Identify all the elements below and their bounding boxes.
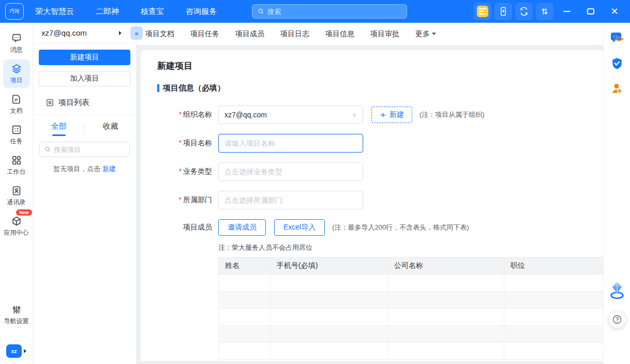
- notes-tray-button[interactable]: [474, 3, 491, 20]
- maximize-icon: [587, 8, 594, 14]
- tab-favorites[interactable]: 收藏: [85, 122, 136, 136]
- account-expand-icon[interactable]: [119, 31, 122, 35]
- menu-item-erlangshen[interactable]: 二郎神: [96, 7, 119, 17]
- sidebar-item-messages[interactable]: 消息: [3, 29, 30, 57]
- project-search[interactable]: [39, 142, 130, 157]
- minimize-button[interactable]: [557, 3, 577, 20]
- project-list-header[interactable]: 项目列表: [33, 86, 136, 115]
- sidebar-item-nav-settings[interactable]: 导航设置: [3, 300, 30, 329]
- global-search[interactable]: [252, 4, 407, 19]
- transfer-arrows-icon: [539, 6, 550, 17]
- department-input[interactable]: [218, 191, 363, 209]
- left-nav-rail: 消息 项目 文档 任务 工作台 通讯录 New 应用中心: [0, 23, 33, 364]
- global-search-input[interactable]: [267, 8, 401, 16]
- form-row-department: *所属部门: [155, 191, 603, 209]
- tab-project-approval[interactable]: 项目审批: [370, 29, 399, 39]
- rail-footer: 导航设置 xz: [3, 300, 30, 364]
- workbench-icon: [11, 155, 22, 166]
- add-person-button[interactable]: [609, 81, 625, 96]
- menu-item-rongda-cloud[interactable]: 荣大智慧云: [35, 7, 74, 17]
- chevron-down-icon: [432, 33, 436, 35]
- tab-more[interactable]: 更多: [415, 29, 436, 39]
- transfer-button[interactable]: [536, 3, 553, 20]
- sidebar-item-tasks[interactable]: 任务: [3, 120, 30, 149]
- tab-project-tasks[interactable]: 项目任务: [190, 29, 219, 39]
- project-icon: [11, 63, 22, 74]
- invite-members-button[interactable]: 邀请成员: [218, 219, 266, 236]
- sidebar-item-documents[interactable]: 文档: [3, 90, 30, 118]
- members-table: 姓名 手机号(必填) 公司名称 职位: [218, 257, 603, 360]
- required-mark: *: [179, 110, 182, 118]
- join-project-button[interactable]: 加入项目: [39, 71, 130, 86]
- org-select[interactable]: xz7@qq.com ∨: [218, 105, 363, 124]
- members-note: (注：最多导入200行，不含表头，格式同下表): [332, 223, 469, 232]
- sidebar-item-workbench[interactable]: 工作台: [3, 151, 30, 179]
- yellow-notes-icon: [477, 6, 488, 17]
- help-icon: [612, 314, 622, 325]
- new-project-card: 新建项目 项目信息（必填） *组织名称 xz7@qq.com ∨: [141, 50, 603, 361]
- collapse-panel-button[interactable]: «: [130, 26, 143, 40]
- sidebar-item-label: 消息: [10, 46, 23, 54]
- avatar-expand-icon[interactable]: [24, 349, 26, 353]
- table-row: [219, 343, 604, 360]
- excel-import-button[interactable]: Excel导入: [274, 219, 325, 236]
- sidebar-item-label: 文档: [10, 107, 23, 115]
- sidebar-item-label: 工作台: [7, 168, 26, 176]
- biz-type-label: *业务类型: [155, 167, 212, 176]
- close-button[interactable]: ✕: [604, 3, 625, 20]
- tab-project-docs[interactable]: 项目文档: [145, 29, 174, 39]
- sidebar-item-label: 通讯录: [7, 198, 26, 207]
- list-icon: [46, 98, 54, 107]
- task-icon: [11, 124, 22, 135]
- sidebar-item-projects[interactable]: 项目: [3, 59, 30, 88]
- project-name-input[interactable]: [218, 134, 363, 153]
- biz-type-input[interactable]: [218, 162, 363, 181]
- panel-buttons: 新建项目 加入项目: [33, 43, 136, 86]
- more-label: 更多: [415, 29, 430, 39]
- col-header-company: 公司名称: [388, 257, 504, 275]
- maximize-button[interactable]: [580, 3, 601, 20]
- new-badge: New: [16, 209, 32, 216]
- menu-item-hechabao[interactable]: 核查宝: [141, 7, 164, 17]
- project-list-label: 项目列表: [58, 98, 89, 108]
- user-avatar-row[interactable]: xz: [6, 344, 26, 358]
- tab-all[interactable]: 全部: [33, 122, 84, 136]
- mobile-download-button[interactable]: [494, 3, 512, 20]
- account-email: xz7@qq.com: [41, 28, 87, 37]
- document-icon: [11, 94, 22, 105]
- shield-check-button[interactable]: [609, 56, 625, 71]
- col-header-phone: 手机号(必填): [271, 257, 388, 275]
- sidebar-item-app-center[interactable]: New 应用中心: [3, 212, 30, 240]
- panel-tabs: 全部 收藏: [33, 115, 136, 136]
- sync-button[interactable]: [515, 3, 533, 20]
- app-logo-text: 巧玲: [9, 8, 20, 15]
- menu-item-consult-service[interactable]: 咨询服务: [186, 7, 217, 17]
- customer-service-button[interactable]: [609, 31, 625, 47]
- col-header-name: 姓名: [219, 257, 271, 275]
- add-person-icon: [610, 82, 624, 95]
- account-row[interactable]: xz7@qq.com: [33, 23, 136, 43]
- tab-project-logs[interactable]: 项目日志: [280, 29, 309, 39]
- table-header-row: 姓名 手机号(必填) 公司名称 职位: [219, 257, 604, 275]
- contacts-icon: [11, 185, 22, 196]
- tab-project-members[interactable]: 项目成员: [235, 29, 264, 39]
- sidebar-item-label: 项目: [10, 76, 23, 85]
- close-icon: ✕: [610, 7, 618, 16]
- app-logo[interactable]: 巧玲: [5, 3, 24, 20]
- nav-settings-icon: [11, 304, 22, 315]
- sidebar-item-contacts[interactable]: 通讯录: [3, 181, 30, 210]
- avatar[interactable]: xz: [6, 344, 22, 358]
- message-icon: [11, 33, 22, 44]
- required-mark: *: [179, 195, 182, 204]
- org-note: (注：项目从属于组织): [419, 110, 485, 119]
- gem-button[interactable]: [609, 282, 625, 298]
- create-project-link[interactable]: 新建: [102, 165, 116, 173]
- department-label: *所属部门: [155, 195, 212, 205]
- empty-text: 暂无项目，点击: [53, 165, 100, 173]
- titlebar: 巧玲 荣大智慧云 二郎神 核查宝 咨询服务 ✕: [0, 0, 630, 23]
- new-project-button[interactable]: 新建项目: [39, 50, 130, 65]
- tab-project-info[interactable]: 项目信息: [325, 29, 354, 39]
- new-org-button[interactable]: 新建: [371, 107, 412, 123]
- help-button[interactable]: [609, 311, 625, 328]
- project-search-input[interactable]: [54, 146, 125, 154]
